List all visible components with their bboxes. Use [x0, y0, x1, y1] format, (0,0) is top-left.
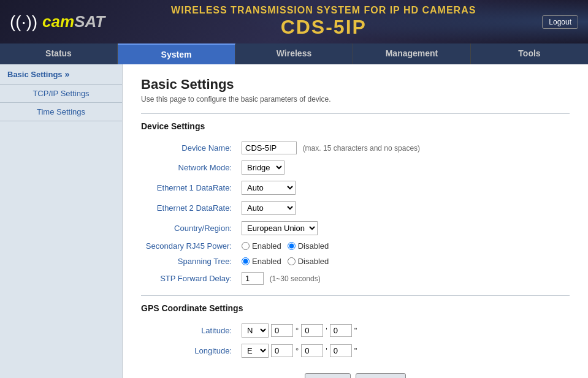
- lat-label: Latitude:: [141, 320, 239, 341]
- lat-deg-input[interactable]: [271, 324, 293, 337]
- eth2-select[interactable]: Auto 10 Mbps 100 Mbps: [242, 201, 296, 215]
- network-mode-label: Network Mode:: [141, 157, 239, 178]
- device-settings-table: Device Name: (max. 15 characters and no …: [141, 138, 570, 288]
- chevron-icon: »: [65, 69, 70, 79]
- lat-sec-sym: ": [354, 326, 357, 335]
- divider-1: [141, 113, 570, 114]
- table-row: Secondary RJ45 Power: Enabled Disabled: [141, 238, 570, 254]
- lon-deg-sym: °: [296, 346, 299, 355]
- nav-tools[interactable]: Tools: [471, 43, 588, 64]
- sidebar-section-title: Basic Settings »: [0, 64, 122, 84]
- eth1-label: Ethernet 1 DataRate:: [141, 178, 239, 198]
- lon-deg-input[interactable]: [271, 344, 293, 357]
- sidebar: Basic Settings » TCP/IP Settings Time Se…: [0, 64, 123, 378]
- stp-hint: (1~30 seconds): [270, 274, 321, 283]
- stp-label: STP Forward Delay:: [141, 269, 239, 288]
- lon-sec-input[interactable]: [330, 344, 352, 357]
- device-settings-heading: Device Settings: [141, 121, 570, 131]
- table-row: Device Name: (max. 15 characters and no …: [141, 138, 570, 157]
- divider-2: [141, 295, 570, 296]
- logo-sat: SAT: [74, 12, 105, 31]
- device-name-input[interactable]: [242, 142, 297, 154]
- network-mode-select[interactable]: Bridge Router: [242, 161, 284, 175]
- logo-cam: cam: [42, 12, 74, 31]
- rj45-label: Secondary RJ45 Power:: [141, 238, 239, 254]
- header-title: WIRELESS TRANSMISSION SYSTEM FOR IP HD C…: [105, 5, 542, 39]
- lon-min-input[interactable]: [301, 344, 323, 357]
- wifi-icon: ((·)): [10, 13, 37, 31]
- button-row: Apply Cancel: [141, 373, 570, 378]
- spanning-disabled-radio[interactable]: [288, 257, 296, 265]
- device-name-label: Device Name:: [141, 138, 239, 157]
- header-model: CDS-5IP: [105, 16, 542, 39]
- lat-coord: N S ° ' ": [242, 323, 567, 338]
- cancel-button[interactable]: Cancel: [356, 373, 406, 378]
- lon-min-sym: ': [326, 346, 327, 355]
- table-row: Network Mode: Bridge Router: [141, 157, 570, 178]
- rj45-disabled-radio[interactable]: [288, 242, 296, 250]
- lat-dir-select[interactable]: N S: [242, 323, 269, 338]
- table-row: Latitude: N S ° ' ": [141, 320, 570, 341]
- gps-settings-table: Latitude: N S ° ' ": [141, 320, 570, 361]
- nav-system[interactable]: System: [118, 43, 235, 64]
- nav-wireless[interactable]: Wireless: [235, 43, 353, 64]
- table-row: STP Forward Delay: (1~30 seconds): [141, 269, 570, 288]
- header: ((·)) camSAT WIRELESS TRANSMISSION SYSTE…: [0, 0, 588, 43]
- rj45-radio-group: Enabled Disabled: [242, 241, 567, 251]
- spanning-enabled-label[interactable]: Enabled: [242, 257, 281, 266]
- table-row: Country/Region: European Union United St…: [141, 218, 570, 238]
- lat-min-sym: ': [326, 326, 327, 335]
- rj45-enabled-label[interactable]: Enabled: [242, 241, 281, 251]
- spanning-disabled-label[interactable]: Disabled: [288, 257, 329, 266]
- spanning-label: Spanning Tree:: [141, 254, 239, 269]
- table-row: Longitude: E W ° ' ": [141, 341, 570, 361]
- device-name-hint: (max. 15 characters and no spaces): [303, 144, 420, 153]
- main-nav: Status System Wireless Management Tools: [0, 43, 588, 64]
- content-area: Basic Settings Use this page to configur…: [123, 64, 588, 378]
- country-label: Country/Region:: [141, 218, 239, 238]
- logout-button[interactable]: Logout: [542, 15, 578, 29]
- rj45-disabled-label[interactable]: Disabled: [288, 241, 329, 251]
- lon-coord: E W ° ' ": [242, 344, 567, 358]
- page-desc: Use this page to configure the basic par…: [141, 95, 570, 104]
- sidebar-item-time[interactable]: Time Settings: [0, 103, 122, 121]
- header-top-line: WIRELESS TRANSMISSION SYSTEM FOR IP HD C…: [105, 5, 542, 16]
- table-row: Spanning Tree: Enabled Disabled: [141, 254, 570, 269]
- apply-button[interactable]: Apply: [305, 373, 351, 378]
- lat-min-input[interactable]: [301, 324, 323, 337]
- table-row: Ethernet 2 DataRate: Auto 10 Mbps 100 Mb…: [141, 198, 570, 218]
- logo-area: ((·)) camSAT: [10, 12, 105, 31]
- rj45-enabled-radio[interactable]: [242, 242, 250, 250]
- nav-status[interactable]: Status: [0, 43, 118, 64]
- table-row: Ethernet 1 DataRate: Auto 10 Mbps 100 Mb…: [141, 178, 570, 198]
- lat-deg-sym: °: [296, 326, 299, 335]
- main-layout: Basic Settings » TCP/IP Settings Time Se…: [0, 64, 588, 378]
- country-select[interactable]: European Union United States: [242, 221, 318, 235]
- spanning-radio-group: Enabled Disabled: [242, 257, 567, 266]
- lon-label: Longitude:: [141, 341, 239, 361]
- sidebar-item-tcpip[interactable]: TCP/IP Settings: [0, 85, 122, 102]
- page-title: Basic Settings: [141, 77, 570, 93]
- eth2-label: Ethernet 2 DataRate:: [141, 198, 239, 218]
- stp-input[interactable]: [242, 272, 264, 285]
- gps-heading: GPS Coordinate Settings: [141, 303, 570, 313]
- spanning-enabled-radio[interactable]: [242, 257, 250, 265]
- eth1-select[interactable]: Auto 10 Mbps 100 Mbps: [242, 181, 296, 195]
- lat-sec-input[interactable]: [330, 324, 352, 337]
- nav-management[interactable]: Management: [353, 43, 471, 64]
- lon-dir-select[interactable]: E W: [242, 344, 269, 358]
- lon-sec-sym: ": [354, 346, 357, 355]
- logo-text: camSAT: [42, 12, 105, 31]
